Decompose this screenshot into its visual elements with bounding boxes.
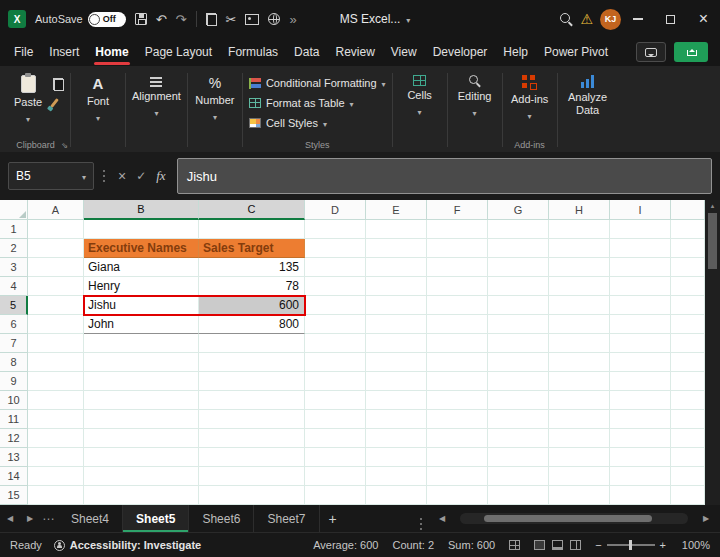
cell-C4[interactable]: 78 — [199, 277, 305, 296]
scroll-up-icon[interactable] — [711, 201, 715, 211]
cell-G14[interactable] — [488, 467, 549, 486]
cell-I1[interactable] — [610, 220, 671, 239]
cell-B12[interactable] — [84, 429, 199, 448]
zoom-out-icon[interactable] — [595, 539, 601, 551]
column-header-F[interactable]: F — [427, 200, 488, 220]
cell-X8[interactable] — [671, 353, 705, 372]
cell-C12[interactable] — [199, 429, 305, 448]
cell-I6[interactable] — [610, 315, 671, 334]
cell-F15[interactable] — [427, 486, 488, 505]
cell-A3[interactable] — [28, 258, 84, 277]
zoom-slider-knob[interactable] — [629, 540, 632, 550]
page-layout-view-icon[interactable] — [552, 540, 563, 550]
cell-I11[interactable] — [610, 410, 671, 429]
cell-C15[interactable] — [199, 486, 305, 505]
cell-X3[interactable] — [671, 258, 705, 277]
cell-B8[interactable] — [84, 353, 199, 372]
cell-D4[interactable] — [305, 277, 366, 296]
row-header-14[interactable]: 14 — [0, 467, 28, 486]
zoom-in-icon[interactable] — [660, 539, 666, 551]
cell-D14[interactable] — [305, 467, 366, 486]
font-button[interactable]: Font — [77, 68, 119, 124]
cell-A12[interactable] — [28, 429, 84, 448]
cell-G6[interactable] — [488, 315, 549, 334]
vertical-scrollbar-thumb[interactable] — [708, 213, 717, 269]
row-header-3[interactable]: 3 — [0, 258, 28, 277]
row-header-2[interactable]: 2 — [0, 239, 28, 258]
cell-E12[interactable] — [366, 429, 427, 448]
row-header-10[interactable]: 10 — [0, 391, 28, 410]
cell-B4[interactable]: Henry — [84, 277, 199, 296]
cell-F1[interactable] — [427, 220, 488, 239]
share-button[interactable] — [674, 42, 708, 62]
name-box[interactable]: B5 — [8, 162, 94, 190]
cell-D3[interactable] — [305, 258, 366, 277]
conditional-formatting-button[interactable]: Conditional Formatting — [249, 74, 386, 92]
paste-options-icon[interactable] — [53, 78, 64, 91]
cell-E11[interactable] — [366, 410, 427, 429]
cell-X15[interactable] — [671, 486, 705, 505]
sheet-list-icon[interactable] — [40, 505, 58, 532]
cell-X14[interactable] — [671, 467, 705, 486]
cell-F5[interactable] — [427, 296, 488, 315]
more-commands-icon[interactable]: » — [289, 13, 296, 26]
scissors-icon[interactable]: ✂ — [226, 13, 237, 26]
cell-F2[interactable] — [427, 239, 488, 258]
cell-A10[interactable] — [28, 391, 84, 410]
cell-I4[interactable] — [610, 277, 671, 296]
hscroll-right-icon[interactable] — [696, 514, 716, 523]
hscroll-left-icon[interactable] — [432, 514, 452, 523]
cell-H9[interactable] — [549, 372, 610, 391]
avatar[interactable]: KJ — [600, 9, 621, 30]
cell-styles-button[interactable]: Cell Styles — [249, 114, 386, 132]
cell-F12[interactable] — [427, 429, 488, 448]
cell-X12[interactable] — [671, 429, 705, 448]
zoom-slider[interactable] — [607, 544, 655, 546]
paste-button[interactable]: Paste — [7, 68, 49, 125]
cell-D15[interactable] — [305, 486, 366, 505]
cell-F14[interactable] — [427, 467, 488, 486]
cell-X10[interactable] — [671, 391, 705, 410]
cell-E9[interactable] — [366, 372, 427, 391]
search-icon[interactable] — [560, 13, 573, 26]
cell-D13[interactable] — [305, 448, 366, 467]
cell-C8[interactable] — [199, 353, 305, 372]
column-header-I[interactable]: I — [610, 200, 671, 220]
cell-H1[interactable] — [549, 220, 610, 239]
cell-A14[interactable] — [28, 467, 84, 486]
horizontal-scrollbar[interactable] — [460, 513, 688, 524]
window-title-cluster[interactable]: MS Excel... — [340, 12, 411, 26]
close-button[interactable] — [687, 0, 720, 38]
cell-I10[interactable] — [610, 391, 671, 410]
number-button[interactable]: Number — [194, 68, 236, 123]
column-header-A[interactable]: A — [28, 200, 84, 220]
tab-home[interactable]: Home — [87, 38, 136, 66]
picture-icon[interactable] — [245, 14, 259, 25]
cell-B14[interactable] — [84, 467, 199, 486]
cell-A9[interactable] — [28, 372, 84, 391]
cell-I3[interactable] — [610, 258, 671, 277]
cell-B9[interactable] — [84, 372, 199, 391]
cell-B11[interactable] — [84, 410, 199, 429]
editing-button[interactable]: Editing — [454, 68, 496, 119]
drag-handle-icon[interactable] — [103, 170, 105, 172]
page-break-view-icon[interactable] — [570, 540, 581, 550]
globe-icon[interactable] — [268, 13, 280, 25]
cell-X13[interactable] — [671, 448, 705, 467]
cell-X2[interactable] — [671, 239, 705, 258]
row-header-7[interactable]: 7 — [0, 334, 28, 353]
cell-G3[interactable] — [488, 258, 549, 277]
status-sum[interactable]: Sum: 600 — [448, 539, 495, 551]
row-header-13[interactable]: 13 — [0, 448, 28, 467]
column-header-X[interactable] — [671, 200, 705, 220]
cell-E3[interactable] — [366, 258, 427, 277]
tab-power-pivot[interactable]: Power Pivot — [536, 38, 616, 66]
cell-C14[interactable] — [199, 467, 305, 486]
cell-E14[interactable] — [366, 467, 427, 486]
redo-icon[interactable]: ↷ — [176, 13, 187, 26]
tab-help[interactable]: Help — [495, 38, 536, 66]
sheet-tab-sheet4[interactable]: Sheet4 — [58, 505, 123, 532]
cell-E10[interactable] — [366, 391, 427, 410]
row-header-8[interactable]: 8 — [0, 353, 28, 372]
cell-A15[interactable] — [28, 486, 84, 505]
